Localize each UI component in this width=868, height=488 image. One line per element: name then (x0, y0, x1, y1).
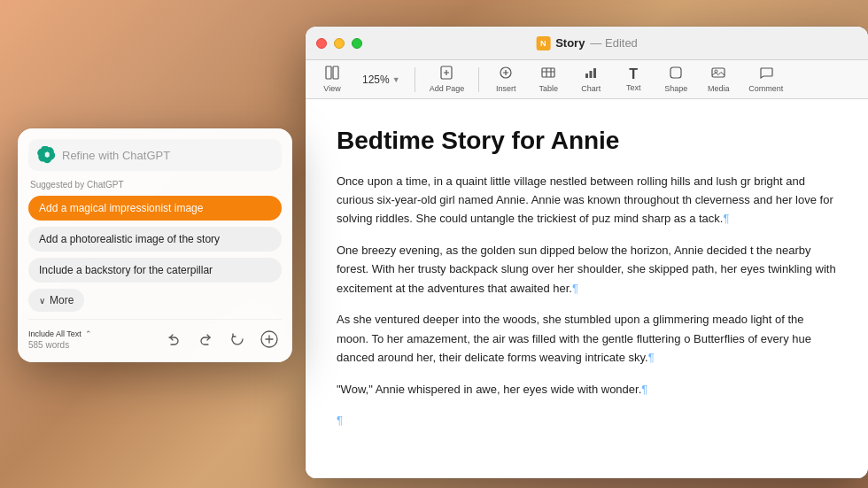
pilcrow-3: ¶ (648, 351, 655, 364)
refresh-button[interactable] (225, 327, 250, 352)
shape-icon (669, 66, 683, 82)
minimize-button[interactable] (334, 38, 345, 49)
panel-footer: Include All Text ⌃ 585 words (28, 319, 282, 352)
zoom-chevron: ▼ (392, 75, 400, 84)
toolbar-add-page[interactable]: Add Page (422, 62, 472, 97)
paragraph-3: As she ventured deeper into the woods, s… (337, 310, 837, 367)
document-icon: N (536, 36, 550, 50)
title-bar: N Story — Edited (306, 27, 868, 60)
chevron-up-icon: ⌃ (85, 329, 92, 338)
toolbar-zoom[interactable]: 125% ▼ (355, 70, 407, 89)
undo-icon (167, 333, 180, 345)
more-button[interactable]: ∨ More (28, 289, 84, 312)
svg-rect-1 (333, 66, 338, 79)
footer-left: Include All Text ⌃ 585 words (28, 329, 92, 350)
toolbar-media[interactable]: Media (699, 62, 738, 97)
pilcrow-4: ¶ (641, 383, 647, 396)
document-heading: Bedtime Story for Annie (337, 126, 837, 156)
paragraph-2: One breezy evening, as the golden sun di… (337, 241, 837, 298)
view-label: View (323, 84, 340, 93)
media-icon (711, 66, 725, 82)
svg-rect-14 (593, 68, 596, 78)
suggestion-1[interactable]: Add a magical impressionist image (28, 196, 282, 221)
chevron-down-icon: ∨ (39, 296, 45, 306)
view-icon (325, 66, 339, 82)
table-label: Table (539, 84, 558, 93)
suggestion-2[interactable]: Add a photorealistic image of the story (28, 227, 282, 252)
shape-label: Shape (664, 84, 687, 93)
paragraph-5: ¶ (337, 411, 837, 430)
title-bar-center: N Story — Edited (536, 36, 638, 50)
svg-rect-8 (542, 68, 554, 77)
toolbar-chart[interactable]: Chart (571, 62, 610, 97)
svg-point-17 (715, 70, 717, 73)
text-icon: T (629, 67, 638, 81)
document-title: Story (555, 36, 585, 50)
add-page-label: Add Page (430, 84, 465, 93)
more-label: More (50, 294, 74, 306)
pilcrow-1: ¶ (723, 212, 729, 225)
document-status: — Edited (590, 36, 638, 50)
pilcrow-5: ¶ (337, 414, 343, 427)
zoom-value: 125% (362, 74, 390, 86)
toolbar-text[interactable]: T Text (614, 64, 653, 96)
chart-label: Chart (581, 84, 601, 93)
toolbar-shape[interactable]: Shape (656, 62, 695, 97)
comment-label: Comment (748, 84, 783, 93)
text-label: Text (626, 83, 641, 92)
svg-rect-15 (670, 67, 681, 78)
add-icon (260, 330, 278, 348)
insert-label: Insert (496, 84, 516, 93)
pilcrow-2: ¶ (572, 282, 578, 295)
suggested-label: Suggested by ChatGPT (28, 180, 282, 190)
chatgpt-input[interactable]: Refine with ChatGPT (62, 149, 273, 162)
undo-button[interactable] (161, 327, 186, 352)
chart-icon (584, 66, 598, 82)
footer-actions (161, 327, 282, 352)
add-button[interactable] (257, 327, 282, 352)
document-content[interactable]: Bedtime Story for Annie Once upon a time… (306, 99, 868, 478)
close-button[interactable] (316, 38, 327, 49)
toolbar-divider-2 (478, 67, 479, 92)
svg-rect-16 (712, 68, 725, 77)
table-icon (541, 66, 555, 82)
add-page-icon (439, 66, 453, 82)
svg-rect-0 (326, 66, 331, 79)
main-window: N Story — Edited View 125% ▼ (306, 27, 868, 478)
refresh-icon (231, 333, 244, 345)
redo-button[interactable] (193, 327, 218, 352)
maximize-button[interactable] (352, 38, 362, 49)
suggestion-3[interactable]: Include a backstory for the caterpillar (28, 258, 282, 283)
redo-icon (199, 333, 212, 345)
toolbar-insert[interactable]: Insert (486, 62, 525, 97)
media-label: Media (708, 84, 730, 93)
paragraph-1: Once upon a time, in a quaint little vil… (337, 172, 837, 229)
comment-icon (759, 66, 773, 82)
chatgpt-panel: Refine with ChatGPT Suggested by ChatGPT… (18, 128, 292, 362)
toolbar-divider-1 (415, 67, 415, 92)
include-text-label: Include All Text (28, 329, 81, 338)
toolbar: View 125% ▼ Add Page (306, 60, 868, 99)
svg-rect-12 (585, 74, 588, 78)
insert-icon (499, 66, 513, 82)
paragraph-4: "Wow," Annie whispered in awe, her eyes … (337, 380, 837, 399)
toolbar-table[interactable]: Table (529, 62, 568, 97)
toolbar-view[interactable]: View (313, 62, 352, 97)
chatgpt-input-row[interactable]: Refine with ChatGPT (28, 139, 282, 171)
traffic-lights (316, 38, 362, 49)
include-text[interactable]: Include All Text ⌃ (28, 329, 92, 338)
word-count: 585 words (28, 340, 92, 350)
chatgpt-logo-icon (37, 146, 55, 164)
toolbar-comment[interactable]: Comment (741, 62, 790, 97)
svg-rect-13 (590, 71, 593, 78)
